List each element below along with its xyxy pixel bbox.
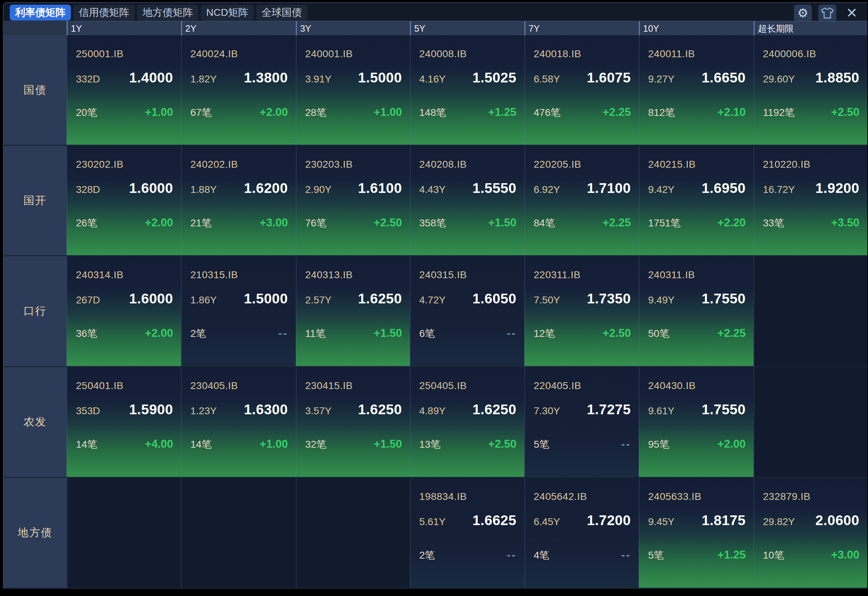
bond-cell[interactable]: 220205.IB6.92Y1.710084笔+2.25 xyxy=(524,146,639,256)
bond-cell[interactable]: 240313.IB2.57Y1.625011笔+1.50 xyxy=(296,256,410,367)
trade-line: 32笔+1.50 xyxy=(305,438,402,451)
bond-cell[interactable]: 230202.IB328D1.600026笔+2.00 xyxy=(66,146,181,256)
trade-count: 33笔 xyxy=(763,216,784,230)
bond-cell[interactable]: 240202.IB1.88Y1.620021笔+3.00 xyxy=(181,146,296,256)
trade-count: 5笔 xyxy=(648,549,664,562)
tab-利率债矩阵[interactable]: 利率债矩阵 xyxy=(10,5,71,21)
bond-yield: 1.7100 xyxy=(587,180,631,196)
bond-cell[interactable]: 250001.IB332D1.400020笔+1.00 xyxy=(66,35,181,146)
bond-cell[interactable]: 2400006.IB29.60Y1.88501192笔+2.50 xyxy=(754,35,867,146)
trade-line: 95笔+2.00 xyxy=(648,438,745,451)
bond-cell[interactable]: 198834.IB5.61Y1.66252笔-- xyxy=(410,478,524,589)
yield-change: +2.50 xyxy=(831,106,859,119)
yield-change: +3.00 xyxy=(260,216,288,229)
trade-count: 21笔 xyxy=(190,216,212,230)
yield-change: +2.00 xyxy=(260,106,288,119)
bond-tenor: 328D xyxy=(76,184,100,195)
yield-line: 1.23Y1.6300 xyxy=(190,402,288,417)
trade-count: 148笔 xyxy=(419,106,446,119)
bond-cell[interactable]: 220405.IB7.30Y1.72755笔-- xyxy=(524,367,639,478)
settings-button[interactable]: ⚙ xyxy=(794,5,812,21)
bond-cell-empty xyxy=(181,478,296,589)
bond-tenor: 9.42Y xyxy=(648,184,675,195)
bond-cell[interactable]: 250405.IB4.89Y1.625013笔+2.50 xyxy=(410,367,524,478)
bond-tenor: 3.57Y xyxy=(305,405,331,417)
bond-code: 240311.IB xyxy=(648,269,695,281)
yield-change: -- xyxy=(621,438,631,451)
yield-line: 4.16Y1.5025 xyxy=(419,70,517,86)
bond-tenor: 1.82Y xyxy=(190,74,217,85)
trade-count: 28笔 xyxy=(305,106,326,119)
bond-code: 240430.IB xyxy=(648,380,695,392)
bond-cell[interactable]: 240208.IB4.43Y1.5550358笔+1.50 xyxy=(410,146,524,256)
bond-cell[interactable]: 230203.IB2.90Y1.610076笔+2.50 xyxy=(296,146,410,256)
bond-code: 240001.IB xyxy=(305,48,353,60)
yield-change: +1.00 xyxy=(145,106,173,119)
bond-cell[interactable]: 240430.IB9.61Y1.755095笔+2.00 xyxy=(639,367,754,478)
row-header-地方债: 地方债 xyxy=(4,478,66,589)
trade-line: 5笔-- xyxy=(534,438,631,451)
bond-tenor: 9.45Y xyxy=(648,516,675,528)
yield-change: -- xyxy=(507,549,517,561)
bond-tenor: 9.27Y xyxy=(648,74,675,85)
bond-cell[interactable]: 230405.IB1.23Y1.630014笔+1.00 xyxy=(181,367,296,478)
bond-yield: 1.6250 xyxy=(358,402,402,417)
theme-button[interactable] xyxy=(818,5,836,21)
yield-line: 9.61Y1.7550 xyxy=(648,402,745,417)
yield-change: +1.50 xyxy=(374,438,402,451)
bond-cell[interactable]: 240215.IB9.42Y1.69501751笔+2.20 xyxy=(639,146,754,256)
bond-code: 240313.IB xyxy=(305,269,353,281)
bond-cell[interactable]: 210220.IB16.72Y1.920033笔+3.50 xyxy=(754,146,867,256)
bond-cell[interactable]: 240011.IB9.27Y1.6650812笔+2.10 xyxy=(639,35,754,146)
yield-line: 16.72Y1.9200 xyxy=(763,180,859,196)
tab-NCD矩阵[interactable]: NCD矩阵 xyxy=(201,5,254,21)
tab-信用债矩阵[interactable]: 信用债矩阵 xyxy=(74,5,134,21)
column-header-7Y: 7Y xyxy=(524,21,639,35)
trade-count: 11笔 xyxy=(305,327,326,341)
yield-line: 9.27Y1.6650 xyxy=(648,70,745,86)
bond-cell[interactable]: 240001.IB3.91Y1.500028笔+1.00 xyxy=(296,35,410,146)
bond-cell[interactable]: 210315.IB1.86Y1.50002笔-- xyxy=(181,256,296,367)
bond-cell[interactable]: 2405642.IB6.45Y1.72004笔-- xyxy=(524,478,639,589)
bond-yield: 1.5000 xyxy=(358,70,402,86)
bond-cell[interactable]: 2405633.IB9.45Y1.81755笔+1.25 xyxy=(639,478,754,589)
bond-cell-empty xyxy=(754,367,867,478)
trade-count: 476笔 xyxy=(534,106,561,119)
bond-cell[interactable]: 240008.IB4.16Y1.5025148笔+1.25 xyxy=(410,35,524,146)
bond-yield: 1.6200 xyxy=(244,180,288,196)
bond-cell[interactable]: 240314.IB267D1.600036笔+2.00 xyxy=(66,256,181,367)
bond-tenor: 1.88Y xyxy=(190,184,217,195)
close-button[interactable]: ✕ xyxy=(843,5,861,21)
tab-全球国债[interactable]: 全球国债 xyxy=(256,5,307,21)
bond-cell[interactable]: 232879.IB29.82Y2.060010笔+3.00 xyxy=(754,478,867,589)
trade-count: 20笔 xyxy=(76,106,97,119)
bond-yield: 1.9200 xyxy=(815,180,859,196)
yield-line: 6.45Y1.7200 xyxy=(534,512,631,528)
bond-cell[interactable]: 240024.IB1.82Y1.380067笔+2.00 xyxy=(181,35,296,146)
bond-cell[interactable]: 230415.IB3.57Y1.625032笔+1.50 xyxy=(296,367,410,478)
yield-change: +1.00 xyxy=(260,438,288,451)
bond-cell[interactable]: 240311.IB9.49Y1.755050笔+2.25 xyxy=(639,256,754,367)
bond-cell[interactable]: 220311.IB7.50Y1.735012笔+2.50 xyxy=(524,256,639,367)
trade-count: 4笔 xyxy=(534,549,549,562)
bond-tenor: 2.90Y xyxy=(305,184,331,195)
yield-change: +2.50 xyxy=(374,216,402,229)
row-header-农发: 农发 xyxy=(4,367,66,478)
bond-yield: 1.7275 xyxy=(587,402,631,417)
bond-cell[interactable]: 240018.IB6.58Y1.6075476笔+2.25 xyxy=(524,35,639,146)
trade-count: 10笔 xyxy=(763,549,784,562)
bond-cell[interactable]: 240315.IB4.72Y1.60506笔-- xyxy=(410,256,524,367)
tab-地方债矩阵[interactable]: 地方债矩阵 xyxy=(137,5,198,21)
bond-yield: 1.6625 xyxy=(472,512,517,528)
yield-change: -- xyxy=(507,327,517,340)
bond-yield: 1.7550 xyxy=(702,291,745,307)
yield-change: -- xyxy=(621,549,631,561)
bond-cell[interactable]: 250401.IB353D1.590014笔+4.00 xyxy=(66,367,181,478)
yield-line: 9.45Y1.8175 xyxy=(648,512,745,528)
bond-code: 240208.IB xyxy=(419,159,467,170)
bond-yield: 1.5900 xyxy=(129,402,173,417)
bond-tenor: 4.72Y xyxy=(419,294,446,306)
bond-yield: 1.6100 xyxy=(358,180,402,196)
trade-line: 2笔-- xyxy=(190,327,288,341)
trade-count: 2笔 xyxy=(190,327,206,341)
